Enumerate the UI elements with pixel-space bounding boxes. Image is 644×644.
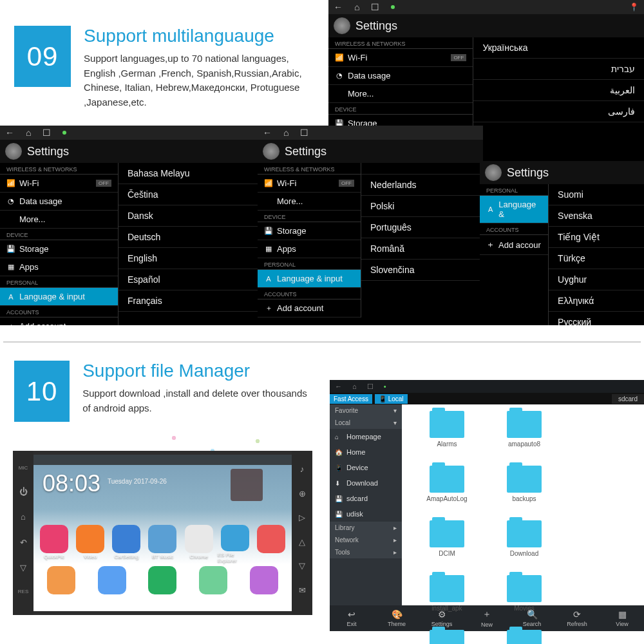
app-icon[interactable] [95, 566, 129, 605]
add-button[interactable]: ⊕ [299, 489, 306, 498]
lang-option[interactable]: Tiếng Việt [549, 227, 644, 248]
vol-down-button[interactable]: ▽ [299, 561, 305, 571]
home-icon[interactable]: ⌂ [283, 128, 289, 138]
app-icon[interactable]: BT Music [145, 525, 180, 564]
fm-side-item[interactable]: 💾sdcard [330, 491, 402, 506]
folder[interactable]: AmapAutoLog [408, 466, 486, 520]
sidebar-item-add-account[interactable]: ＋Add account [258, 299, 361, 317]
folder[interactable]: Alarms [408, 411, 486, 466]
sidebar-item-wifi[interactable]: 📶Wi-FiOFF [0, 175, 118, 193]
lang-option[interactable]: Polski [361, 196, 483, 217]
lang-option[interactable]: Español [118, 269, 258, 290]
home-icon[interactable]: ⌂ [26, 128, 31, 138]
music-button[interactable]: ♪ [300, 464, 305, 474]
recent-icon[interactable]: ☐ [371, 2, 379, 12]
breadcrumb-current[interactable]: sdcard [612, 394, 644, 404]
app-icon[interactable]: CarSetting [109, 525, 144, 564]
folder[interactable] [486, 630, 563, 644]
sidebar-item-wifi[interactable]: 📶Wi-FiOFF [258, 175, 361, 193]
home-button[interactable]: ⌂ [21, 512, 26, 522]
sidebar-item-language[interactable]: ALanguage & [480, 196, 548, 223]
wifi-toggle[interactable]: OFF [451, 54, 466, 61]
app-icon[interactable] [196, 566, 231, 605]
sidebar-item-add-account[interactable]: ＋ Add accour [480, 235, 548, 255]
app-icon[interactable]: QuickPic [37, 525, 71, 564]
back-button[interactable]: ↶ [20, 538, 27, 547]
sidebar-item-language[interactable]: ALanguage & input [0, 288, 118, 306]
app-icon[interactable] [254, 525, 289, 564]
lang-option[interactable]: עברית [473, 59, 644, 80]
fast-access-button[interactable]: Fast Access [330, 394, 372, 404]
power-button[interactable]: ⏻ [19, 487, 28, 497]
lang-option[interactable]: العربية [473, 80, 644, 101]
app-icon[interactable] [247, 566, 281, 605]
sidebar-item-data[interactable]: ◔Data usage [0, 193, 118, 211]
folder[interactable]: DCIM [408, 520, 486, 575]
lang-option[interactable]: Suomi [549, 184, 644, 205]
fm-tool-theme[interactable]: 🎨Theme [377, 605, 416, 631]
sidebar-item-apps[interactable]: ▦Apps [258, 240, 361, 258]
mail-button[interactable]: ✉ [299, 585, 306, 595]
app-icon[interactable] [145, 566, 180, 605]
sidebar-item-wifi[interactable]: 📶Wi-FiOFF [328, 49, 473, 67]
lang-option[interactable]: Nederlands [361, 175, 483, 196]
wifi-toggle[interactable]: OFF [339, 180, 354, 187]
app-icon[interactable] [44, 566, 79, 605]
sidebar-item-add-account[interactable]: ＋Add account [0, 317, 118, 325]
sidebar-item-more[interactable]: More... [0, 211, 118, 229]
fm-tool-refresh[interactable]: ⟳Refresh [558, 605, 596, 631]
lang-option[interactable]: Uyghur [549, 269, 644, 290]
recent-icon[interactable]: ☐ [43, 128, 51, 138]
wifi-toggle[interactable]: OFF [96, 180, 111, 187]
app-icon[interactable]: ES File Explorer [218, 525, 252, 564]
folder[interactable]: amapauto8 [486, 411, 563, 466]
fm-side-item[interactable]: ⬇Download [330, 475, 402, 491]
folder[interactable]: Download [486, 520, 563, 575]
home-icon[interactable]: ⌂ [352, 383, 357, 390]
lang-option[interactable]: Français [118, 290, 258, 312]
lang-option[interactable]: English [118, 248, 258, 269]
sidebar-item-more[interactable]: More... [328, 85, 473, 103]
home-icon[interactable]: ⌂ [354, 2, 359, 12]
lang-option[interactable]: Română [361, 238, 483, 260]
lang-option[interactable]: Deutsch [118, 227, 258, 248]
folder[interactable]: backups [486, 466, 563, 520]
device-screen[interactable]: 08:03 Tuesday 2017-09-26 QuickPicVideoCa… [33, 455, 292, 611]
sidebar-item-apps[interactable]: ▦Apps [0, 258, 118, 276]
sidebar-item-language[interactable]: ALanguage & input [258, 270, 361, 288]
fm-side-local[interactable]: Local▾ [330, 417, 402, 429]
back-icon[interactable]: ← [5, 128, 14, 138]
lang-option[interactable]: Русский [549, 312, 644, 325]
fm-side-item[interactable]: 🏠Home [330, 444, 402, 460]
lang-option[interactable]: Türkçe [549, 248, 644, 269]
vol-down-button[interactable]: ▽ [20, 563, 26, 573]
play-button[interactable]: ▷ [299, 513, 305, 522]
sidebar-item-more[interactable]: More... [258, 193, 361, 211]
fm-tool-exit[interactable]: ↩Exit [332, 605, 371, 631]
lang-option[interactable]: Bahasa Melayu [118, 163, 258, 184]
sidebar-item-storage[interactable]: 💾Storage [0, 240, 118, 258]
back-icon[interactable]: ← [334, 2, 343, 12]
vol-up-button[interactable]: △ [299, 537, 305, 547]
lang-option[interactable]: Dansk [118, 205, 258, 227]
back-icon[interactable]: ← [335, 383, 342, 390]
sidebar-item-data[interactable]: ◔Data usage [328, 67, 473, 85]
lang-option[interactable]: Українська [473, 37, 644, 59]
back-icon[interactable]: ← [263, 128, 272, 138]
lang-option[interactable]: Svenska [549, 205, 644, 227]
fm-side-favorite[interactable]: Favorite▾ [330, 404, 402, 417]
folder[interactable]: Music [408, 630, 486, 644]
fm-side-tools[interactable]: Tools▸ [330, 546, 402, 558]
fm-side-item[interactable]: 💾udisk [330, 506, 402, 522]
music-widget[interactable] [231, 469, 263, 501]
lang-option[interactable]: Čeština [118, 184, 258, 205]
app-icon[interactable]: Chrome [182, 525, 216, 564]
lang-option[interactable]: Slovenčina [361, 260, 483, 281]
fm-side-network[interactable]: Network▸ [330, 534, 402, 546]
sidebar-item-storage[interactable]: 💾Storage [258, 222, 361, 240]
fm-side-item[interactable]: ⌂Homepage [330, 429, 402, 444]
fm-side-library[interactable]: Library▸ [330, 522, 402, 534]
fm-tool-view[interactable]: ▦View [603, 605, 641, 631]
lang-option[interactable]: Português [361, 217, 483, 238]
fm-tool-new[interactable]: ＋New [468, 605, 506, 631]
